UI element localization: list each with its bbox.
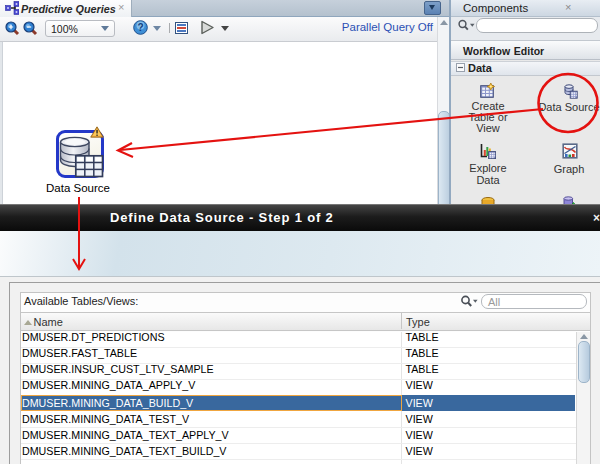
svg-text:?: ? xyxy=(137,22,143,33)
